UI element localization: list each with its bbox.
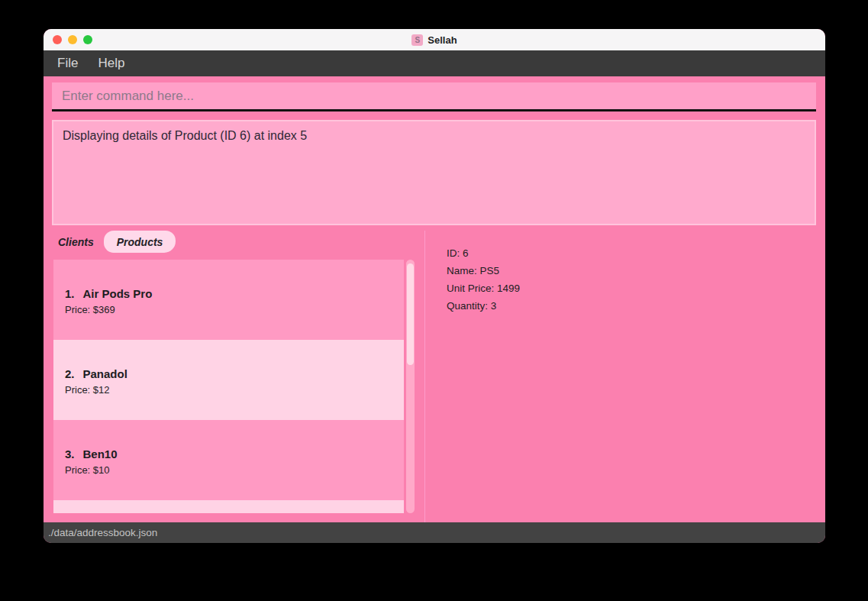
list-item[interactable]: 2.Panadol Price: $12 [53, 340, 404, 420]
detail-quantity: Quantity: 3 [447, 297, 825, 315]
list-column: Clients Products 1.Air Pods Pro Price: $… [44, 231, 424, 522]
bottom-area: Clients Products 1.Air Pods Pro Price: $… [44, 231, 825, 522]
list-item[interactable]: 1.Air Pods Pro Price: $369 [53, 260, 404, 340]
window-title: Sellah [428, 34, 457, 46]
menu-bar: File Help [44, 50, 825, 76]
detail-panel: ID: 6 Name: PS5 Unit Price: 1499 Quantit… [424, 231, 825, 522]
menu-help[interactable]: Help [98, 56, 124, 71]
status-file-path: ./data/addressbook.json [48, 527, 157, 538]
window-title-group: S Sellah [44, 29, 825, 50]
item-title: 2.Panadol [65, 367, 404, 380]
status-bar: ./data/addressbook.json [44, 522, 825, 543]
product-list: 1.Air Pods Pro Price: $369 2.Panadol Pri… [53, 260, 415, 513]
result-display: Displaying details of Product (ID 6) at … [52, 120, 816, 225]
item-price: Price: $12 [65, 384, 404, 396]
menu-file[interactable]: File [57, 56, 78, 71]
list-item-partial[interactable] [53, 500, 404, 513]
item-name: Air Pods Pro [83, 287, 153, 300]
item-name: Ben10 [83, 448, 118, 460]
result-text: Displaying details of Product (ID 6) at … [63, 129, 307, 142]
detail-id: ID: 6 [447, 244, 825, 262]
tab-clients[interactable]: Clients [52, 236, 100, 248]
app-icon: S [411, 34, 423, 46]
detail-name: Name: PS5 [447, 262, 825, 279]
item-index: 2. [65, 367, 75, 380]
command-input[interactable] [52, 82, 816, 111]
tab-bar: Clients Products [52, 231, 424, 253]
detail-unit-price: Unit Price: 1499 [447, 279, 825, 297]
product-list-items: 1.Air Pods Pro Price: $369 2.Panadol Pri… [53, 260, 404, 513]
scrollbar-thumb[interactable] [407, 263, 414, 365]
item-price: Price: $369 [65, 304, 404, 315]
item-index: 1. [65, 287, 75, 300]
tab-products[interactable]: Products [104, 231, 176, 253]
list-scrollbar[interactable] [406, 260, 415, 513]
item-name: Panadol [83, 367, 127, 380]
item-price: Price: $10 [65, 464, 404, 476]
title-bar: S Sellah [44, 29, 825, 50]
list-item[interactable]: 3.Ben10 Price: $10 [53, 420, 404, 500]
item-index: 3. [65, 448, 75, 460]
main-content: Displaying details of Product (ID 6) at … [44, 76, 825, 522]
item-title: 3.Ben10 [65, 448, 404, 460]
item-title: 1.Air Pods Pro [65, 287, 404, 300]
app-window: S Sellah File Help Displaying details of… [44, 29, 825, 543]
